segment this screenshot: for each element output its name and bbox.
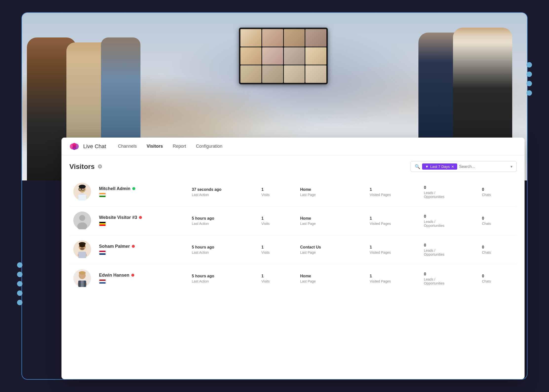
search-bar: 🔍 ▼ Last 7 Days ✕ ▾ [411,161,517,172]
last-page-cell: Home Last Page [296,178,366,207]
visits-label: Visits [261,193,292,197]
avatar-cell [69,207,95,235]
chats-label: Chats [482,222,513,226]
visitor-name: Website Visitor #3 [99,215,184,220]
chats-number: 0 [482,216,513,221]
chats-cell: 0 Chats [478,178,517,207]
dot-left-4 [17,290,22,296]
outer-container: Live Chat Channels Visitors Report Confi… [21,12,528,380]
chats-label: Chats [482,250,513,254]
visited-pages-cell: 1 Visited Pages [366,235,420,264]
dot-left-1 [17,262,22,268]
visited-pages-number: 1 [370,245,416,249]
visits-label: Visits [261,279,292,283]
visited-pages-label: Visited Pages [370,250,416,254]
nav-configuration[interactable]: Configuration [192,142,226,151]
leads-label: Leads /Opportunities [424,191,474,199]
filter-icon: ▼ [425,164,429,169]
leads-label: Leads /Opportunities [424,277,474,285]
svg-point-28 [80,248,84,250]
chats-cell: 0 Chats [478,235,517,264]
last-page-label: Last Page [300,193,362,197]
chats-number: 0 [482,274,513,278]
visitor-flag [99,222,184,227]
last-action-time: 5 hours ago [192,274,254,278]
search-input[interactable] [459,164,509,169]
visitor-flag [99,193,184,198]
visits-number: 1 [261,245,292,249]
visits-number: 1 [261,187,292,192]
svg-point-34 [79,271,86,275]
last-page-name: Contact Us [300,245,362,249]
last-page-name: Home [300,274,362,278]
table-row[interactable]: Soham Palmer 5 hours ago Last Action 1 V… [69,235,517,264]
leads-cell: 0 Leads /Opportunities [420,207,478,235]
table-row[interactable]: Edwin Hansen 5 hours ago Last Action 1 V… [69,264,517,293]
leads-label: Leads /Opportunities [424,220,474,228]
visited-pages-label: Visited Pages [370,222,416,226]
nav-channels[interactable]: Channels [114,142,141,151]
visits-cell: 1 Visits [257,207,296,235]
chats-label: Chats [482,193,513,197]
avatar-cell [69,264,95,293]
visited-pages-label: Visited Pages [370,193,416,197]
visitor-name: Soham Palmer [99,244,184,249]
dot-left-3 [17,281,22,286]
last-action-label: Last Action [192,193,254,197]
nav-visitors[interactable]: Visitors [143,142,167,151]
last-action-cell: 5 hours ago Last Action [188,264,257,293]
app-logo [69,142,79,151]
svg-rect-41 [99,282,106,283]
svg-rect-40 [99,281,106,282]
nav-report[interactable]: Report [169,142,190,151]
svg-rect-20 [99,223,106,224]
nav-bar: Live Chat Channels Visitors Report Confi… [61,138,525,155]
status-dot [139,216,142,219]
visited-pages-label: Visited Pages [370,279,416,283]
last-action-time: 37 seconds ago [192,187,254,192]
last-action-label: Last Action [192,250,254,254]
table-row[interactable]: Website Visitor #3 5 hours ago Last Acti… [69,207,517,235]
dots-left [17,262,22,305]
visits-label: Visits [261,222,292,226]
visitor-flag [99,250,184,256]
status-dot [131,274,134,277]
visits-number: 1 [261,274,292,278]
search-dropdown-icon[interactable]: ▾ [510,164,512,169]
svg-rect-15 [99,196,106,197]
last-action-cell: 37 seconds ago Last Action [188,178,257,207]
settings-icon[interactable]: ⚙ [98,163,102,170]
status-dot [132,245,135,248]
last-action-time: 5 hours ago [192,245,254,249]
svg-rect-38 [81,281,84,287]
svg-rect-12 [78,195,86,200]
last-page-label: Last Page [300,222,362,226]
dot-right-4 [527,90,532,96]
svg-rect-14 [99,194,106,196]
status-dot [132,187,135,190]
visited-pages-number: 1 [370,216,416,221]
filter-badge[interactable]: ▼ Last 7 Days ✕ [422,163,457,170]
leads-number: 0 [424,272,474,276]
filter-label: Last 7 Days [430,164,450,169]
last-action-cell: 5 hours ago Last Action [188,235,257,264]
last-page-cell: Contact Us Last Page [296,235,366,264]
visits-cell: 1 Visits [257,178,296,207]
filter-remove-button[interactable]: ✕ [451,165,454,169]
visits-label: Visits [261,250,292,254]
dot-left-2 [17,272,22,277]
leads-cell: 0 Leads /Opportunities [420,178,478,207]
visited-pages-cell: 1 Visited Pages [366,178,420,207]
dot-right-3 [527,81,532,86]
dot-right-1 [527,62,532,68]
svg-point-25 [79,244,85,247]
last-action-cell: 5 hours ago Last Action [188,207,257,235]
svg-point-17 [79,215,85,221]
leads-cell: 0 Leads /Opportunities [420,264,478,293]
chats-label: Chats [482,279,513,283]
chats-number: 0 [482,187,513,192]
page-title: Visitors [69,163,95,171]
visitors-title-row: Visitors ⚙ [69,163,102,171]
avatar-cell [69,178,95,207]
table-row[interactable]: Mitchell Admin 37 seconds ago Last Actio… [69,178,517,207]
